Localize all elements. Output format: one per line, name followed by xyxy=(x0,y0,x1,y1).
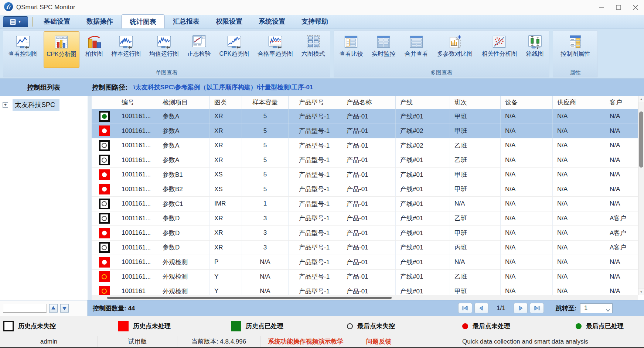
tree-item-taiyou-spc[interactable]: 太友科技SPC xyxy=(13,99,59,111)
ribbon-group: 查看控制图CPK分析图柏拉图样本运行图均值运行图正态检验CPK趋势图合格率趋势图… xyxy=(3,30,330,77)
multi-param-compare-button[interactable]: 多参数对比图 xyxy=(435,31,475,68)
jump-page-select[interactable]: 1 xyxy=(580,303,613,313)
column-header[interactable]: 客户 xyxy=(605,96,638,109)
tab-statistical-charts[interactable]: 统计图表 xyxy=(121,14,165,28)
close-button[interactable] xyxy=(627,0,644,15)
pass-rate-trend-button[interactable]: 合格率趋势图 xyxy=(255,31,296,68)
column-header[interactable]: 供应商 xyxy=(553,96,605,109)
status-cell xyxy=(92,124,117,138)
move-down-button[interactable] xyxy=(60,304,69,313)
column-header[interactable]: 图类 xyxy=(210,96,242,109)
tab-permission-settings[interactable]: 权限设置 xyxy=(208,14,251,28)
maximize-button[interactable] xyxy=(610,0,627,15)
pareto-button[interactable]: 柏拉图 xyxy=(83,31,106,68)
video-tutorial-link[interactable]: 系统功能操作视频演示教学 xyxy=(260,336,351,347)
table-cell: 产品型号-1 xyxy=(289,270,342,284)
boxplot-button[interactable]: 箱线图 xyxy=(524,31,546,68)
scroll-up-icon[interactable]: ▲ xyxy=(638,96,644,102)
table-cell: 1001161... xyxy=(117,124,158,138)
legend-label: 历史点已处理 xyxy=(246,322,283,330)
minimize-button[interactable] xyxy=(593,0,610,15)
column-header[interactable]: 产线 xyxy=(396,96,450,109)
tree-expander-icon[interactable]: + xyxy=(3,102,8,108)
column-header[interactable]: 编号 xyxy=(117,96,158,109)
table-cell: 产品型号-1 xyxy=(289,182,342,197)
column-header[interactable]: 检测项目 xyxy=(158,96,210,109)
table-cell: 5 xyxy=(242,153,289,168)
panel-splitter[interactable] xyxy=(88,96,92,300)
sample-run-button[interactable]: 样本运行图 xyxy=(109,31,143,68)
table-row[interactable]: 1001161...参数DXR3产品型号-1产品-01产线#01丙班N/AN/A… xyxy=(92,241,638,255)
realtime-monitor-button[interactable]: 实时监控 xyxy=(369,31,398,68)
table-cell: N/A xyxy=(553,255,605,269)
tab-support-help[interactable]: 支持帮助 xyxy=(293,14,336,28)
control-group-panel: + 太友科技SPC xyxy=(0,96,88,300)
table-cell: N/A xyxy=(553,226,605,240)
app-window: QSmart SPC Monitor ▼ 基础设置数据操作统计图表汇总报表权限设… xyxy=(0,0,644,348)
status-inner-mark xyxy=(102,260,107,265)
app-menu-button[interactable]: ▼ xyxy=(3,16,28,27)
table-cell: 产品型号-1 xyxy=(289,109,342,124)
tab-summary-reports[interactable]: 汇总报表 xyxy=(165,14,208,28)
correlation-button[interactable]: 相关性分析图 xyxy=(479,31,519,68)
tab-data-operations[interactable]: 数据操作 xyxy=(78,14,121,28)
table-row[interactable]: 1001161...参数AXR5产品型号-1产品-01产线#02甲班N/AN/A… xyxy=(92,124,638,139)
table-row[interactable]: 1001161...参数B1XS5产品型号-1产品-01产线#01甲班N/AN/… xyxy=(92,168,638,182)
compare-view-button[interactable]: 查看比较 xyxy=(337,31,365,68)
control-chart-button[interactable]: 查看控制图 xyxy=(6,31,40,68)
status-inner-mark xyxy=(102,172,107,177)
table-cell: N/A xyxy=(553,284,605,295)
red-square-white-dot-icon xyxy=(99,228,110,238)
move-up-button[interactable] xyxy=(49,304,58,313)
first-page-button[interactable] xyxy=(458,303,472,313)
vertical-scrollbar[interactable]: ▲ ▼ xyxy=(638,96,644,295)
next-page-button[interactable] xyxy=(514,303,528,313)
table-cell: N/A xyxy=(605,270,638,284)
column-header[interactable]: 产品型号 xyxy=(289,96,342,109)
cpk-trend-button[interactable]: CPK趋势图 xyxy=(217,31,252,68)
table-row[interactable]: 1001161...外观检测PN/A产品型号-1产品-01产线#01N/AN/A… xyxy=(92,255,638,270)
column-header[interactable]: 产品名称 xyxy=(342,96,396,109)
table-row[interactable]: 1001161...参数DXR3产品型号-1产品-01产线#01甲班N/AN/A… xyxy=(92,226,638,241)
normality-test-button[interactable]: 正态检验 xyxy=(185,31,214,68)
column-header[interactable]: 设备 xyxy=(501,96,553,109)
ribbon-button-label: CPK趋势图 xyxy=(219,50,249,58)
table-cell: N/A xyxy=(605,109,638,124)
table-row[interactable]: 1001161...外观检测YN/A产品型号-1产品-01产线#01乙班N/AN… xyxy=(92,270,638,285)
merge-view-button[interactable]: 合并查看 xyxy=(402,31,431,68)
table-row[interactable]: 1001161...参数AXR5产品型号-1产品-01产线#01乙班N/AN/A… xyxy=(92,153,638,168)
table-row[interactable]: 1001161...参数C1IMR1产品型号-1产品-01产线#01N/AN/A… xyxy=(92,197,638,211)
feedback-link[interactable]: 问题反馈 xyxy=(351,336,406,347)
table-cell: 产品型号-1 xyxy=(289,197,342,211)
cpk-analysis-button[interactable]: CPK分析图 xyxy=(44,31,79,68)
mean-run-button[interactable]: 均值运行图 xyxy=(147,31,181,68)
scroll-down-icon[interactable]: ▼ xyxy=(638,289,644,295)
table-row[interactable]: 1001161外观检测YN/A产品型号-1产品-01产线#01甲班N/AN/AN… xyxy=(92,284,638,295)
chart-properties-button[interactable]: 控制图属性 xyxy=(558,31,593,68)
ribbon-group-label: 单图查看 xyxy=(3,69,330,77)
column-header[interactable]: 班次 xyxy=(450,96,501,109)
table-row[interactable]: 1001161...参数AXR5产品型号-1产品-01产线#02乙班N/AN/A… xyxy=(92,138,638,153)
six-chart-button[interactable]: 六图模式 xyxy=(299,31,328,68)
table-cell: N/A xyxy=(553,182,605,197)
table-row[interactable]: 1001161...参数DXR3产品型号-1产品-01产线#01乙班N/AN/A… xyxy=(92,211,638,226)
horizontal-scrollbar[interactable] xyxy=(92,295,638,300)
panel-search-input[interactable] xyxy=(3,304,47,313)
tab-system-settings[interactable]: 系统设置 xyxy=(251,14,293,28)
table-cell: 乙班 xyxy=(450,153,501,168)
table-row[interactable]: 1001161...参数B2XS5产品型号-1产品-01产线#01甲班N/AN/… xyxy=(92,182,638,197)
table-cell: IMR xyxy=(210,197,242,211)
last-page-button[interactable] xyxy=(530,303,544,313)
column-header[interactable]: 样本容量 xyxy=(242,96,289,109)
tab-basic-settings[interactable]: 基础设置 xyxy=(35,14,78,28)
page-indicator: 1/1 xyxy=(497,304,505,312)
table-cell: 产品-01 xyxy=(342,153,396,168)
horizontal-scrollbar-thumb[interactable] xyxy=(107,297,392,299)
table-row[interactable]: 1001161...参数AXR5产品型号-1产品-01产线#01甲班N/AN/A… xyxy=(92,109,638,124)
legend-item: 最后点未处理 xyxy=(462,316,510,336)
table-cell: N/A xyxy=(501,284,553,295)
prev-page-button[interactable] xyxy=(474,303,488,313)
realtime-monitor-icon xyxy=(376,34,391,49)
vertical-scrollbar-thumb[interactable] xyxy=(639,111,643,168)
green-square-swatch xyxy=(231,321,241,331)
